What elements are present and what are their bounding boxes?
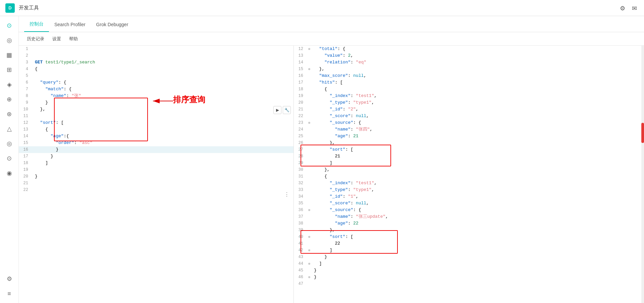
- code-line: 39 },: [294, 227, 644, 234]
- line-number: 13: [19, 126, 32, 133]
- code-line: 17 }: [19, 153, 293, 160]
- sidebar-item-siem[interactable]: ◎: [3, 137, 16, 150]
- line-number: 12: [294, 46, 307, 52]
- sidebar-item-dashboard[interactable]: ⊞: [3, 63, 16, 77]
- line-number: 21: [19, 180, 32, 187]
- code-line: 33 "_type": "type1",: [294, 187, 644, 193]
- sidebar-item-home[interactable]: ⊙: [3, 19, 16, 32]
- sidebar-item-logs[interactable]: ◉: [3, 166, 16, 180]
- wrench-button[interactable]: 🔧: [283, 106, 291, 114]
- line-gutter: [307, 227, 311, 234]
- line-content: }: [32, 146, 293, 153]
- sidebar-item-maps[interactable]: ⊕: [3, 93, 16, 106]
- code-line: 16 "max_score": null,: [294, 72, 644, 79]
- line-number: 34: [294, 193, 307, 200]
- line-gutter: [307, 180, 311, 187]
- toolbar: 历史记录 设置 帮助: [19, 32, 644, 46]
- code-line: 40 "sort": [: [294, 234, 644, 240]
- sidebar-item-discover[interactable]: ◎: [3, 34, 16, 47]
- run-button[interactable]: ▶: [273, 106, 281, 114]
- line-number: 4: [19, 66, 32, 72]
- discover-icon: ◎: [7, 37, 12, 44]
- line-number: 5: [19, 72, 32, 79]
- tab-console[interactable]: 控制台: [24, 17, 49, 32]
- uptime-icon: ⊙: [7, 155, 12, 162]
- code-line: 20 "_type": "type1",: [294, 99, 644, 106]
- settings-button[interactable]: 设置: [50, 35, 64, 43]
- line-gutter: [307, 46, 311, 52]
- code-line: 25 "age": 21: [294, 133, 644, 140]
- line-content: },: [311, 66, 644, 72]
- ml-icon: ⊛: [7, 110, 12, 118]
- sidebar-item-settings[interactable]: ⚙: [3, 272, 16, 286]
- app-logo: D: [5, 3, 15, 13]
- mail-icon[interactable]: ✉: [632, 5, 639, 11]
- line-number: 46: [294, 274, 307, 281]
- query-editor[interactable]: 123GET test1/type1/_search4{56 "query": …: [19, 46, 293, 303]
- line-number: 8: [19, 93, 32, 99]
- line-content: "age":{: [32, 133, 293, 140]
- line-content: "_source": {: [311, 119, 644, 126]
- line-content: "_index": "test1",: [311, 180, 644, 187]
- code-line: 29 ]: [294, 160, 644, 166]
- line-number: 30: [294, 166, 307, 173]
- code-line: 11: [19, 113, 293, 119]
- line-number: 7: [19, 86, 32, 93]
- tab-search-profiler[interactable]: Search Profiler: [49, 18, 91, 32]
- line-number: 6: [19, 79, 32, 86]
- line-content: }: [32, 173, 293, 180]
- line-number: 17: [294, 79, 307, 86]
- line-content: "_type": "type1",: [311, 99, 644, 106]
- code-line: 19 "_index": "test1",: [294, 93, 644, 99]
- line-number: 40: [294, 234, 307, 240]
- line-number: 23: [294, 119, 307, 126]
- code-line: 36 "_source": {: [294, 207, 644, 213]
- line-gutter: [307, 93, 311, 99]
- code-line: 1: [19, 46, 293, 52]
- history-button[interactable]: 历史记录: [24, 35, 47, 43]
- line-content: "age": 22: [311, 220, 644, 227]
- line-number: 35: [294, 200, 307, 207]
- line-content: }: [311, 267, 644, 274]
- line-gutter: [307, 220, 311, 227]
- line-content: "sort": [: [311, 234, 644, 240]
- line-number: 15: [19, 140, 32, 146]
- content-area: 控制台 Search Profiler Grok Debugger 历史记录 设…: [19, 16, 644, 303]
- visualize-icon: ▦: [6, 51, 12, 59]
- code-line: 13 {: [19, 126, 293, 133]
- line-number: 47: [294, 281, 307, 287]
- three-dot-menu[interactable]: ⋮: [284, 191, 289, 198]
- sidebar-item-canvas[interactable]: ◈: [3, 78, 16, 91]
- code-line: 20}: [19, 173, 293, 180]
- response-editor[interactable]: 12 "total": {13 "value": 2,14 "relation"…: [294, 46, 644, 287]
- line-content: "_source": {: [311, 207, 644, 213]
- sidebar-item-ml[interactable]: ⊛: [3, 107, 16, 121]
- line-number: 44: [294, 260, 307, 267]
- line-content: "match": {: [32, 86, 293, 93]
- code-line: 31 {: [294, 173, 644, 180]
- scrollbar-thumb[interactable]: [641, 123, 644, 143]
- line-number: 13: [294, 52, 307, 59]
- line-gutter: [307, 160, 311, 166]
- sidebar-item-collapse[interactable]: ≡: [3, 287, 16, 300]
- line-number: 16: [294, 72, 307, 79]
- topbar-right: ⚙ ✉: [620, 5, 639, 11]
- code-line: 41 22: [294, 240, 644, 247]
- line-content: }: [311, 254, 644, 260]
- line-content: {: [311, 86, 644, 93]
- code-line: 3GET test1/type1/_search: [19, 59, 293, 66]
- settings-icon[interactable]: ⚙: [620, 5, 627, 11]
- sidebar-item-visualize[interactable]: ▦: [3, 48, 16, 62]
- canvas-icon: ◈: [7, 81, 12, 88]
- tab-grok-debugger[interactable]: Grok Debugger: [91, 18, 134, 32]
- code-line: 21: [19, 180, 293, 187]
- help-button[interactable]: 帮助: [66, 35, 80, 43]
- code-line: 30 },: [294, 166, 644, 173]
- code-line: 7 "match": {: [19, 86, 293, 93]
- code-line: 14 "relation": "eq": [294, 59, 644, 66]
- sidebar-item-apm[interactable]: △: [3, 122, 16, 136]
- sidebar-item-uptime[interactable]: ⊙: [3, 152, 16, 165]
- line-content: "sort": [: [311, 146, 644, 153]
- scrollbar-vertical[interactable]: [641, 46, 644, 303]
- line-content: },: [311, 227, 644, 234]
